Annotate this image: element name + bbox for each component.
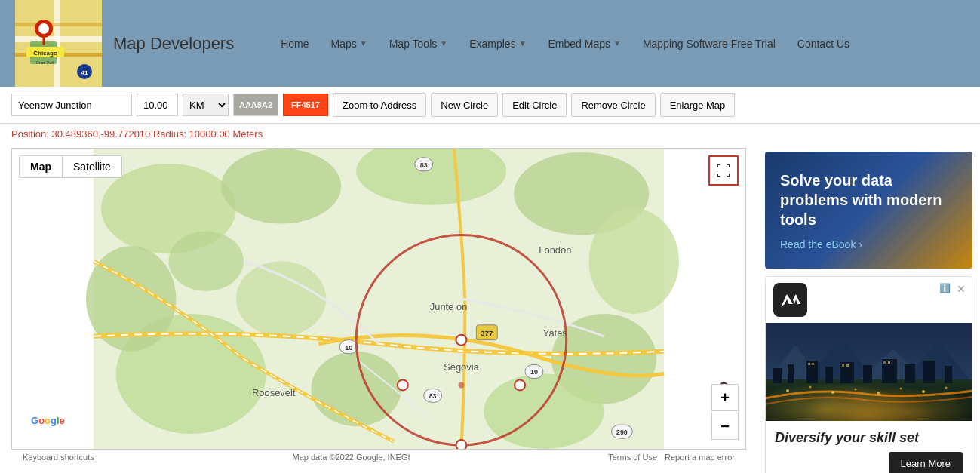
svg-point-16 xyxy=(221,149,341,224)
svg-point-23 xyxy=(236,261,326,336)
svg-point-26 xyxy=(168,231,244,291)
ad1-title: Solve your data problems with modern too… xyxy=(780,170,957,229)
svg-text:83: 83 xyxy=(420,161,428,169)
nav-examples[interactable]: Examples ▼ xyxy=(460,32,535,56)
color1-box[interactable]: AAA8A2 xyxy=(233,94,278,116)
svg-point-47 xyxy=(456,440,466,449)
ad2-tagline: Diversify your skill set xyxy=(775,430,963,446)
ad2-close-icon[interactable]: ✕ xyxy=(957,283,966,295)
new-circle-button[interactable]: New Circle xyxy=(431,93,498,117)
address-input[interactable] xyxy=(11,94,132,116)
svg-point-49 xyxy=(458,382,464,388)
svg-text:41: 41 xyxy=(81,69,88,76)
nav-free-trial[interactable]: Mapping Software Free Trial xyxy=(634,32,785,56)
color2-box[interactable]: FF4517 xyxy=(283,94,328,116)
zoom-out-button[interactable]: − xyxy=(711,413,739,440)
svg-text:290: 290 xyxy=(616,428,628,436)
header-title: Map Developers xyxy=(113,34,234,54)
nav-embed-maps[interactable]: Embed Maps ▼ xyxy=(539,32,630,56)
enlarge-map-button[interactable]: Enlarge Map xyxy=(660,93,736,117)
map-footer: Keyboard shortcuts Map data ©2022 Google… xyxy=(11,450,746,465)
ad2-learn-more-button[interactable]: Learn More xyxy=(889,452,963,473)
nav-examples-arrow: ▼ xyxy=(519,39,527,48)
svg-text:London: London xyxy=(539,244,571,256)
svg-point-46 xyxy=(515,379,525,390)
nav-map-tools-arrow: ▼ xyxy=(440,39,447,48)
map-type-buttons: Map Satellite xyxy=(19,155,122,178)
terms-link[interactable]: Terms of Use xyxy=(608,453,657,462)
zoom-controls: + − xyxy=(711,384,739,440)
ad2-image xyxy=(766,323,972,421)
nav-map-tools[interactable]: Map Tools ▼ xyxy=(380,32,456,56)
nav-maps[interactable]: Maps ▼ xyxy=(322,32,376,56)
position-info: Position: 30.489360,-99.772010 Radius: 1… xyxy=(0,124,980,144)
main-content: Map Satellite 🧍 + − xyxy=(0,144,980,473)
google-logo: Google xyxy=(31,415,65,426)
map-frame[interactable]: 377 10 83 83 290 10 London Yates xyxy=(11,148,746,450)
svg-text:10: 10 xyxy=(345,344,352,352)
ad-card-2: ℹ️ ✕ xyxy=(765,276,972,473)
keyboard-shortcuts-link[interactable]: Keyboard shortcuts xyxy=(23,453,94,462)
ad-card-1[interactable]: Solve your data problems with modern too… xyxy=(765,152,972,269)
nav-home[interactable]: Home xyxy=(272,32,318,56)
svg-text:Chicago: Chicago xyxy=(33,50,57,57)
nav-maps-arrow: ▼ xyxy=(360,39,367,48)
ad2-logo xyxy=(773,283,807,317)
map-footer-left: Keyboard shortcuts xyxy=(23,453,94,462)
remove-circle-button[interactable]: Remove Circle xyxy=(571,93,655,117)
map-footer-right: Terms of Use Report a map error xyxy=(608,453,735,462)
svg-rect-4 xyxy=(15,23,102,26)
svg-text:83: 83 xyxy=(429,392,437,400)
svg-point-45 xyxy=(456,335,466,346)
svg-text:Junte on: Junte on xyxy=(430,301,468,312)
map-type-map-button[interactable]: Map xyxy=(20,156,63,177)
zoom-in-button[interactable]: + xyxy=(711,384,739,411)
map-footer-center: Map data ©2022 Google, INEGI xyxy=(292,453,410,462)
toolbar: KM Miles AAA8A2 FF4517 Zoom to Address N… xyxy=(0,87,980,124)
report-error-link[interactable]: Report a map error xyxy=(665,453,735,462)
header: Chicago Grant Park 41 Map Developers Hom… xyxy=(0,0,980,87)
header-logo: Chicago Grant Park 41 xyxy=(15,0,102,87)
unit-select[interactable]: KM Miles xyxy=(183,94,229,116)
zoom-to-address-button[interactable]: Zoom to Address xyxy=(333,93,426,117)
ad2-info-icon[interactable]: ℹ️ xyxy=(939,283,951,293)
map-type-satellite-button[interactable]: Satellite xyxy=(63,156,121,177)
svg-point-19 xyxy=(589,209,679,314)
svg-text:Roosevelt: Roosevelt xyxy=(252,387,296,398)
svg-text:Grant Park: Grant Park xyxy=(36,60,55,65)
ad2-bottom: Diversify your skill set Learn More xyxy=(766,421,972,473)
radius-input[interactable] xyxy=(137,94,178,116)
fullscreen-button[interactable] xyxy=(708,155,739,186)
map-container: Map Satellite 🧍 + − xyxy=(0,144,757,473)
main-nav: Home Maps ▼ Map Tools ▼ Examples ▼ Embed… xyxy=(272,32,859,56)
ad1-link[interactable]: Read the eBook › xyxy=(780,238,957,250)
svg-text:Segovia: Segovia xyxy=(444,361,480,373)
svg-text:Yates: Yates xyxy=(543,327,567,339)
svg-point-48 xyxy=(398,379,408,390)
right-sidebar: Solve your data problems with modern too… xyxy=(757,144,980,473)
svg-text:377: 377 xyxy=(481,329,493,337)
edit-circle-button[interactable]: Edit Circle xyxy=(502,93,567,117)
svg-text:10: 10 xyxy=(530,368,538,376)
nav-contact[interactable]: Contact Us xyxy=(788,32,859,56)
nav-embed-maps-arrow: ▼ xyxy=(613,39,621,48)
svg-point-7 xyxy=(38,23,49,34)
